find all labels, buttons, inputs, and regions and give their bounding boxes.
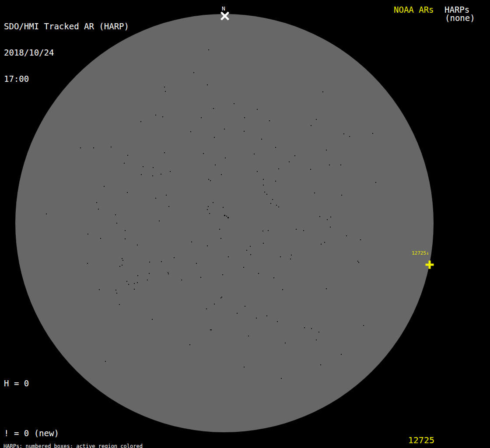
time-label: 17:00 bbox=[4, 74, 129, 83]
footnote-harps: HARPs: numbered boxes; active region col… bbox=[4, 444, 187, 448]
date-label: 2018/10/24 bbox=[4, 48, 129, 57]
footnotes-block: HARPs: numbered boxes; active region col… bbox=[4, 433, 187, 448]
ar-12725-limb-label: 12725↓ bbox=[412, 250, 429, 256]
noaa-ars-legend-label: NOAA ARs bbox=[394, 5, 434, 14]
solar-disk-view: SDO/HMI Tracked AR (HARP) 2018/10/24 17:… bbox=[0, 0, 490, 448]
stats-line-blank bbox=[4, 404, 99, 413]
north-pole-label: N bbox=[222, 5, 225, 12]
stats-line-h: H = 0 bbox=[4, 379, 99, 388]
ar-12725-equator-label: 12725 bbox=[408, 435, 434, 445]
page-title: SDO/HMI Tracked AR (HARP) bbox=[4, 22, 129, 31]
title-block: SDO/HMI Tracked AR (HARP) 2018/10/24 17:… bbox=[4, 4, 129, 101]
harps-legend-value: (none) bbox=[445, 13, 475, 23]
